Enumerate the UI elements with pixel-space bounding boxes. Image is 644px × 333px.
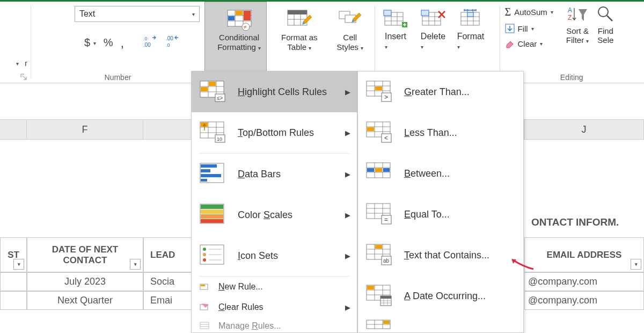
comma-format-button[interactable]: , xyxy=(120,35,124,50)
column-header-blank[interactable] xyxy=(0,120,27,139)
increase-decimal-icon: .0.00 xyxy=(142,35,157,48)
contact-information-heading: ONTACT INFORM. xyxy=(531,216,619,228)
menu-item-new-rule[interactable]: New Rule... xyxy=(192,277,357,297)
menu-item-a-date-occurring[interactable]: A Date Occurring... xyxy=(358,276,523,316)
svg-point-72 xyxy=(203,248,206,251)
equal-to-icon: = xyxy=(365,202,392,226)
insert-cells-icon xyxy=(383,9,408,30)
sort-filter-icon: AZ xyxy=(567,5,588,26)
group-label-number: Number xyxy=(31,73,205,82)
table-header-st[interactable]: ST ▾ xyxy=(0,237,27,272)
submenu-arrow-icon: ▶ xyxy=(345,129,350,137)
svg-rect-105 xyxy=(367,168,374,172)
svg-text:.0: .0 xyxy=(166,42,170,48)
data-cell-lead[interactable]: Emai xyxy=(143,291,192,310)
svg-text:.0: .0 xyxy=(143,36,148,41)
chevron-down-icon: ▾ xyxy=(551,9,553,15)
svg-rect-50 xyxy=(209,82,216,86)
svg-rect-11 xyxy=(244,11,251,20)
menu-item-equal-to[interactable]: = Equal To... xyxy=(358,194,523,235)
conditional-formatting-menu: ≤> Highlight Cells Rules ▶ 10 Top/Bottom… xyxy=(191,71,357,333)
menu-item-label: A Date Occurring... xyxy=(404,291,486,302)
data-cell-email[interactable]: @company.com xyxy=(524,291,644,310)
number-format-value: Text xyxy=(79,9,95,19)
table-header-email[interactable]: EMAIL ADDRESS ▾ xyxy=(524,237,644,272)
icon-sets-icon xyxy=(199,244,226,267)
svg-rect-79 xyxy=(201,285,205,286)
decrease-decimal-button[interactable]: .00.0 xyxy=(165,35,180,50)
menu-item-greater-than[interactable]: > Greater Than... xyxy=(358,71,523,112)
menu-item-color-scales[interactable]: Color Scales ▶ xyxy=(192,194,357,235)
data-cell-lead[interactable]: Socia xyxy=(143,272,192,291)
filter-button[interactable]: ▾ xyxy=(631,259,641,270)
menu-item-label: Text that Contains... xyxy=(404,250,489,261)
manage-rules-icon xyxy=(199,320,211,332)
percent-format-button[interactable]: % xyxy=(104,37,113,49)
menu-item-manage-rules[interactable]: Manage Rules... xyxy=(192,317,357,333)
submenu-arrow-icon: ▶ xyxy=(345,170,350,178)
table-header-lead-partial[interactable]: LEAD xyxy=(143,237,192,272)
cell-styles-icon xyxy=(338,10,362,31)
decrease-decimal-icon: .00.0 xyxy=(165,35,180,48)
clear-button[interactable]: Clear ▾ xyxy=(505,39,553,48)
fill-down-icon xyxy=(505,24,515,33)
menu-item-data-bars[interactable]: Data Bars ▶ xyxy=(192,154,357,194)
fill-button[interactable]: Fill ▾ xyxy=(505,24,553,33)
svg-rect-67 xyxy=(201,205,223,209)
menu-item-label: Less Than... xyxy=(404,127,457,139)
format-as-table-icon xyxy=(287,10,312,31)
menu-item-highlight-cells-rules[interactable]: ≤> Highlight Cells Rules ▶ xyxy=(192,71,357,112)
data-cell[interactable] xyxy=(0,291,27,310)
menu-item-clear-rules[interactable]: Clear Rules ▶ xyxy=(192,297,357,317)
data-cell-email[interactable]: @company.com xyxy=(524,272,644,291)
table-header-date-next-contact[interactable]: DATE OF NEXT CONTACT ▾ xyxy=(27,237,143,272)
currency-format-button[interactable]: $ ▾ xyxy=(84,37,96,49)
column-header-F[interactable]: F xyxy=(27,120,143,139)
svg-rect-89 xyxy=(375,86,382,90)
filter-button[interactable]: ▾ xyxy=(13,259,24,270)
data-cell-date[interactable]: July 2023 xyxy=(27,272,143,291)
menu-item-label: Highlight Cells Rules xyxy=(238,86,327,98)
partial-icon xyxy=(365,319,392,330)
sort-filter-button[interactable]: AZ Sort &Filter ▾ xyxy=(566,5,589,48)
svg-point-74 xyxy=(203,258,206,262)
data-cell-date[interactable]: Next Quarter xyxy=(27,291,143,310)
column-header-J[interactable]: J xyxy=(524,120,644,139)
chevron-down-icon: ▾ xyxy=(93,40,96,46)
greater-than-icon: > xyxy=(365,80,392,104)
partial-r-caret: ▾ xyxy=(16,61,19,67)
svg-rect-62 xyxy=(201,164,217,168)
menu-item-label: Greater Than... xyxy=(404,86,470,98)
menu-item-partial-bottom[interactable] xyxy=(358,316,523,332)
filter-button[interactable]: ▾ xyxy=(130,259,141,270)
submenu-arrow-icon: ▶ xyxy=(345,252,350,260)
number-format-select[interactable]: Text ▾ xyxy=(75,6,200,22)
svg-text:≠: ≠ xyxy=(244,24,247,30)
ribbon-group-left-partial: r ▾ xyxy=(0,2,31,83)
svg-text:≤>: ≤> xyxy=(217,95,223,101)
highlight-cells-icon: ≤> xyxy=(199,80,226,104)
format-as-table-button[interactable]: Format asTable ▾ xyxy=(273,5,325,53)
insert-cells-button[interactable]: Insert▾ xyxy=(380,7,411,51)
text-contains-icon: ab xyxy=(365,243,392,267)
menu-item-less-than[interactable]: < Less Than... xyxy=(358,112,523,153)
chevron-down-icon: ▾ xyxy=(421,44,423,50)
conditional-formatting-button[interactable]: ≠ ConditionalFormatting ▾ xyxy=(210,5,268,53)
find-select-button[interactable]: FindSele xyxy=(596,5,614,48)
chevron-down-icon: ▾ xyxy=(385,44,387,50)
chevron-down-icon: ▾ xyxy=(361,45,363,51)
data-cell[interactable] xyxy=(0,272,27,291)
autosum-button[interactable]: Σ AutoSum ▾ xyxy=(505,6,553,18)
menu-item-label: New Rule... xyxy=(218,282,263,292)
menu-item-text-that-contains[interactable]: ab Text that Contains... xyxy=(358,235,523,276)
format-cells-button[interactable]: Format▾ xyxy=(455,7,486,51)
increase-decimal-button[interactable]: .0.00 xyxy=(142,35,157,50)
menu-item-icon-sets[interactable]: Icon Sets ▶ xyxy=(192,235,357,276)
menu-item-between[interactable]: Between... xyxy=(358,153,523,194)
delete-cells-button[interactable]: Delete▾ xyxy=(418,7,449,51)
cell-styles-button[interactable]: CellStyles ▾ xyxy=(331,5,369,53)
dialog-launcher-icon[interactable] xyxy=(20,73,27,81)
between-icon xyxy=(365,162,392,185)
svg-rect-106 xyxy=(375,168,382,172)
menu-item-top-bottom-rules[interactable]: 10 Top/Bottom Rules ▶ xyxy=(192,112,357,153)
